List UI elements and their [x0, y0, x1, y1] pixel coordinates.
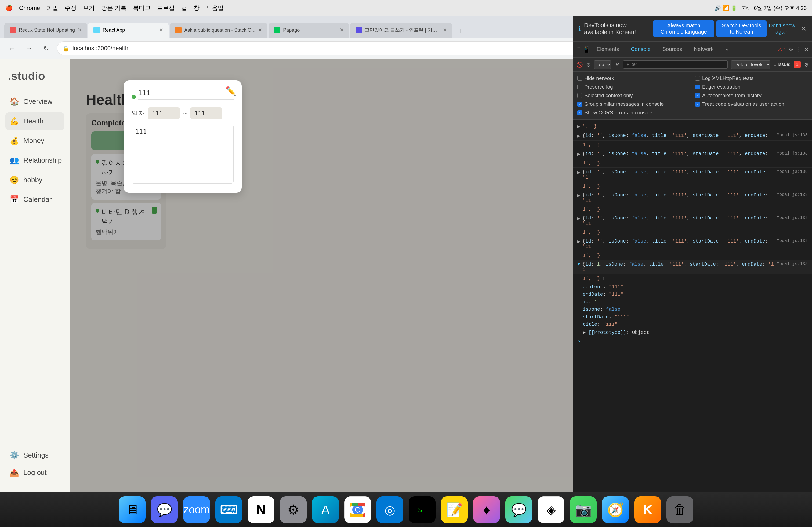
menu-view[interactable]: 보기 — [83, 4, 95, 12]
arrow-icon-3[interactable]: ▶ — [577, 169, 580, 175]
cb-treat-eval-box[interactable]: ✓ — [695, 102, 700, 107]
dock-notes[interactable]: 📝 — [441, 496, 468, 523]
sidebar-item-overview[interactable]: 🏠 Overview — [5, 93, 64, 110]
dock-trash[interactable]: 🗑 — [666, 496, 693, 523]
default-levels-select[interactable]: Default levels — [731, 60, 770, 69]
tab-close-react[interactable]: ✕ — [159, 27, 163, 33]
dock-vscode[interactable]: ⌨ — [215, 496, 242, 523]
console-filter-icon[interactable]: ⊘ — [586, 61, 591, 68]
dock-keynote[interactable]: K — [634, 496, 661, 523]
menu-bookmarks[interactable]: 북마크 — [133, 4, 151, 12]
context-select[interactable]: top — [594, 60, 611, 69]
filter-input[interactable] — [623, 60, 728, 69]
dock-figma[interactable]: ◈ — [538, 496, 564, 523]
arrow-icon-0[interactable]: ▶ — [577, 123, 580, 129]
cb-group-similar-label: Group similar messages in console — [584, 101, 664, 107]
tab-close-so[interactable]: ✕ — [258, 27, 262, 33]
log-link-expanded[interactable]: Modal.js:138 — [777, 261, 808, 267]
log-link-4[interactable]: Modal.js:138 — [777, 192, 808, 197]
log-link-1[interactable]: Modal.js:138 — [777, 133, 808, 138]
dock-zoom[interactable]: zoom — [183, 496, 210, 523]
cb-preserve-log[interactable]: Preserve log — [577, 84, 690, 90]
dock-messages[interactable]: 💬 — [505, 496, 532, 523]
menu-edit[interactable]: 수정 — [65, 4, 76, 12]
sidebar-item-hobby[interactable]: 😊 hobby — [5, 171, 64, 189]
dock-appstore[interactable]: A — [312, 496, 339, 523]
apple-menu[interactable]: 🍎 — [5, 4, 13, 12]
tab-inflearn[interactable]: 고민있어요 글쓰기 - 인프런 | 커뮤니... ✕ — [350, 22, 452, 37]
cb-group-similar[interactable]: ✓ Group similar messages in console — [577, 101, 690, 107]
dock-terminal[interactable]: $_ — [409, 496, 436, 523]
arrow-icon-expanded[interactable]: ▼ — [577, 261, 580, 267]
console-input[interactable] — [584, 339, 808, 344]
console-log[interactable]: ▶ ', _} ▶ {id: '', isDone: false, title:… — [573, 120, 812, 492]
forward-button[interactable]: → — [23, 42, 35, 55]
cb-selected-context-box[interactable] — [577, 93, 582, 98]
menu-history[interactable]: 방문 기록 — [101, 4, 127, 12]
cb-autocomplete[interactable]: ✓ Autocomplete from history — [695, 93, 808, 99]
arrow-icon-1[interactable]: ▶ — [577, 133, 580, 139]
cb-autocomplete-box[interactable]: ✓ — [695, 93, 700, 98]
cb-eager-eval-box[interactable]: ✓ — [695, 85, 700, 89]
menu-window[interactable]: 창 — [193, 4, 200, 12]
modal-date-to[interactable] — [190, 107, 222, 119]
menu-profile[interactable]: 프로필 — [157, 4, 175, 12]
modal-title-input[interactable] — [138, 89, 234, 100]
cb-treat-eval[interactable]: ✓ Treat code evaluation as user action — [695, 101, 808, 107]
arrow-icon-2[interactable]: ▶ — [577, 151, 580, 157]
cb-hide-network-box[interactable] — [577, 76, 582, 81]
sidebar-item-money[interactable]: 💰 Money — [5, 132, 64, 149]
menu-help[interactable]: 도움말 — [206, 4, 224, 12]
arrow-icon-6[interactable]: ▶ — [577, 239, 580, 244]
log-link-5[interactable]: Modal.js:138 — [777, 215, 808, 220]
console-clear-icon[interactable]: 🚫 — [576, 61, 583, 68]
tab-close-redux[interactable]: ✕ — [77, 27, 82, 33]
tab-close-inflearn[interactable]: ✕ — [443, 27, 447, 33]
log-link-2[interactable]: Modal.js:138 — [777, 151, 808, 156]
cb-preserve-log-box[interactable] — [577, 85, 582, 89]
log-link-6[interactable]: Modal.js:138 — [777, 239, 808, 243]
dock-discord[interactable]: 💬 — [151, 496, 178, 523]
console-settings-icon[interactable]: ⚙ — [804, 61, 809, 68]
menu-file[interactable]: 파일 — [46, 4, 58, 12]
dock-mymind[interactable]: ♦ — [473, 496, 500, 523]
console-eye-icon[interactable]: 👁 — [614, 61, 620, 67]
dock-notion[interactable]: N — [248, 496, 274, 523]
menu-tab[interactable]: 탭 — [181, 4, 187, 12]
modal-content-textarea[interactable]: 111 — [132, 124, 234, 183]
sidebar-item-relationship[interactable]: 👥 Relationship — [5, 152, 64, 169]
back-button[interactable]: ← — [5, 42, 18, 55]
dock-safari[interactable]: 🧭 — [602, 496, 629, 523]
tab-react[interactable]: React App ✕ — [88, 22, 169, 37]
dock-facetime[interactable]: 📷 — [570, 496, 597, 523]
dock-settings[interactable]: ⚙ — [280, 496, 307, 523]
dock-edge[interactable]: ◎ — [376, 496, 403, 523]
cb-selected-context[interactable]: Selected context only — [577, 93, 690, 99]
tab-close-papago[interactable]: ✕ — [340, 27, 344, 33]
dock-finder[interactable]: 🖥 — [119, 496, 146, 523]
tab-papago[interactable]: Papago ✕ — [269, 22, 349, 37]
modal-date-from[interactable] — [148, 107, 180, 119]
new-tab-button[interactable]: + — [453, 24, 467, 37]
refresh-button[interactable]: ↻ — [40, 42, 53, 55]
arrow-icon-5[interactable]: ▶ — [577, 215, 580, 221]
log-link-3[interactable]: Modal.js:138 — [777, 169, 808, 174]
arrow-icon-4[interactable]: ▶ — [577, 192, 580, 198]
cb-cors-errors[interactable]: ✓ Show CORS errors in console — [577, 110, 690, 116]
dock-chrome[interactable] — [344, 496, 371, 523]
tab-stackoverflow[interactable]: Ask a public question - Stack O... ✕ — [170, 22, 267, 37]
menu-chrome[interactable]: Chrome — [19, 4, 40, 12]
tab-redux[interactable]: Redux State Not Updating ✕ — [4, 22, 87, 37]
cb-cors-errors-box[interactable]: ✓ — [577, 110, 582, 115]
cb-hide-network[interactable]: Hide network — [577, 75, 690, 81]
cb-log-xmlhttp[interactable]: Log XMLHttpRequests — [695, 75, 808, 81]
sidebar-item-settings[interactable]: ⚙️ Settings — [5, 447, 64, 464]
cb-log-xmlhttp-box[interactable] — [695, 76, 700, 81]
modal-edit-icon[interactable]: ✏️ — [226, 86, 236, 96]
cb-eager-eval[interactable]: ✓ Eager evaluation — [695, 84, 808, 90]
cb-group-similar-box[interactable]: ✓ — [577, 102, 582, 107]
console-input-line[interactable]: > — [573, 337, 812, 346]
sidebar-item-health[interactable]: 💪 Health — [5, 112, 64, 130]
sidebar-item-calendar[interactable]: 📅 Calendar — [5, 191, 64, 208]
sidebar-item-logout[interactable]: 📤 Log out — [5, 464, 64, 481]
